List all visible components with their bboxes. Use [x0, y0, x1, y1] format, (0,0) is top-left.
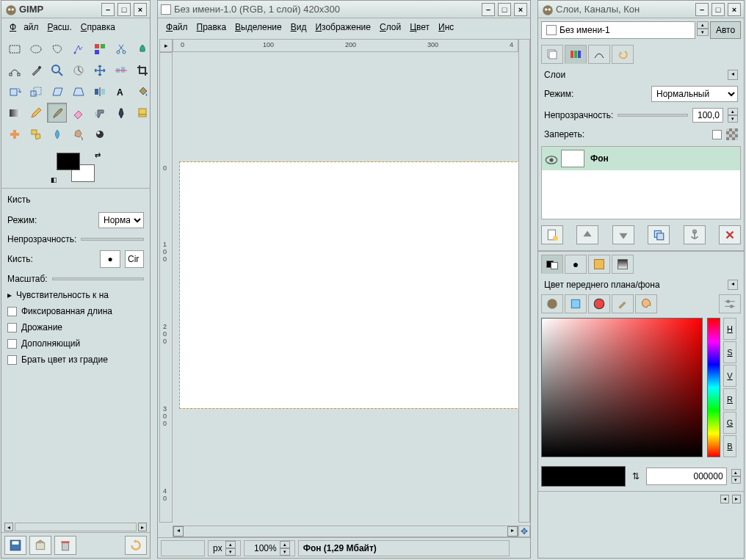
mode-h-button[interactable]: H — [723, 318, 736, 340]
scale-slider[interactable] — [52, 277, 144, 280]
pressure-expander[interactable]: ▸ Чувствительность к на — [7, 287, 144, 303]
menu-file[interactable]: Файл — [162, 21, 192, 34]
menu-help[interactable]: Справка — [77, 21, 119, 34]
menu-edit[interactable]: Правка — [193, 21, 231, 34]
tool-smudge[interactable] — [68, 124, 88, 144]
spin-down-icon[interactable]: ▾ — [225, 548, 236, 556]
menu-tools[interactable]: Инс — [435, 21, 457, 34]
tool-align[interactable] — [111, 60, 131, 80]
hex-input[interactable] — [646, 468, 727, 485]
menu-select[interactable]: Выделение — [231, 21, 286, 34]
mode-g-button[interactable]: G — [723, 412, 736, 434]
layer-mode-select[interactable]: Нормальный — [651, 86, 738, 102]
tool-ellipse-select[interactable] — [26, 39, 46, 59]
spin-up-icon[interactable]: ▴ — [225, 541, 236, 548]
menu-layer[interactable]: Слой — [376, 21, 405, 34]
tool-bucket-fill[interactable] — [132, 81, 152, 101]
layers-titlebar[interactable]: Слои, Каналы, Кон – □ × — [538, 1, 744, 18]
scroll-right-icon[interactable]: ▸ — [138, 523, 147, 531]
tool-by-color-select[interactable] — [90, 39, 109, 59]
scroll-right-icon[interactable]: ▸ — [507, 526, 518, 537]
spin-down-icon[interactable]: ▾ — [697, 29, 709, 36]
layer-name[interactable]: Фон — [590, 153, 609, 164]
canvas-titlebar[interactable]: Без имени-1.0 (RGB, 1 слой) 420x300 – □ … — [158, 1, 530, 18]
close-button[interactable]: × — [728, 3, 741, 16]
minimize-button[interactable]: – — [482, 3, 495, 16]
tool-rect-select[interactable] — [4, 39, 24, 59]
scrollbar-vertical[interactable] — [518, 39, 530, 523]
tool-scissors[interactable] — [111, 39, 131, 59]
opacity-slider[interactable] — [81, 238, 144, 241]
tool-perspective[interactable] — [68, 81, 88, 101]
panel-menu-icon[interactable]: ◂ — [728, 280, 738, 290]
tool-rotate[interactable] — [4, 81, 24, 101]
tool-blend[interactable] — [4, 103, 24, 123]
minimize-button[interactable]: – — [101, 3, 115, 16]
mode-v-button[interactable]: V — [723, 365, 736, 387]
spin-down-icon[interactable]: ▾ — [728, 115, 738, 123]
tool-paths[interactable] — [4, 60, 24, 80]
layer-opacity-input[interactable] — [692, 108, 723, 123]
tool-text[interactable]: A — [111, 81, 131, 101]
maximize-button[interactable]: □ — [117, 3, 131, 16]
menu-image[interactable]: Изображение — [311, 21, 374, 34]
current-color-swatch[interactable] — [541, 466, 626, 487]
incremental-checkbox[interactable] — [7, 339, 17, 349]
tool-heal[interactable] — [4, 124, 24, 144]
menu-file[interactable]: Файл — [6, 21, 43, 34]
maximize-button[interactable]: □ — [498, 3, 511, 16]
hue-slider[interactable] — [707, 318, 720, 457]
swap-colors-icon[interactable]: ⇄ — [95, 151, 101, 159]
toolbox-titlebar[interactable]: GIMP – □ × — [1, 1, 150, 18]
delete-layer-button[interactable] — [719, 225, 741, 244]
duplicate-layer-button[interactable] — [648, 225, 670, 244]
picker-gimp-icon[interactable] — [541, 294, 563, 313]
tool-scale[interactable] — [26, 81, 46, 101]
brush-preview[interactable]: ● — [100, 250, 120, 268]
mode-s-button[interactable]: S — [723, 341, 736, 363]
scroll-left-icon[interactable]: ◂ — [4, 523, 13, 531]
maximize-button[interactable]: □ — [711, 3, 725, 16]
picker-sliders-icon[interactable] — [719, 294, 741, 313]
swap-fgbg-icon[interactable]: ⇅ — [630, 471, 641, 481]
tool-clone[interactable] — [132, 103, 152, 123]
canvas-image[interactable] — [180, 162, 518, 408]
brush-name[interactable]: Cir — [125, 250, 144, 268]
scroll-left-icon[interactable]: ◂ — [720, 495, 729, 503]
delete-options-button[interactable] — [54, 536, 76, 555]
tool-flip[interactable] — [90, 81, 109, 101]
spin-up-icon[interactable]: ▴ — [728, 108, 738, 115]
tab-patterns-icon[interactable] — [588, 255, 610, 274]
spin-up-icon[interactable]: ▴ — [280, 541, 290, 548]
tool-zoom[interactable] — [47, 60, 67, 80]
options-scrollbar[interactable] — [15, 523, 137, 531]
tool-blur[interactable] — [47, 124, 67, 144]
mode-r-button[interactable]: R — [723, 388, 736, 410]
ruler-horizontal[interactable]: 0 100 200 300 4 — [173, 39, 518, 52]
image-selector[interactable]: Без имени-1 — [541, 21, 695, 39]
spin-down-icon[interactable]: ▾ — [280, 548, 290, 556]
ruler-vertical[interactable]: 0 1 0 0 2 0 0 3 0 0 4 0 — [159, 52, 173, 523]
picker-palette-icon[interactable] — [635, 294, 657, 313]
tool-dodge-burn[interactable] — [90, 124, 109, 144]
tool-free-select[interactable] — [47, 39, 67, 59]
tool-perspective-clone[interactable] — [26, 124, 46, 144]
tool-foreground-select[interactable] — [132, 39, 152, 59]
tab-brushes-icon[interactable]: ● — [565, 255, 587, 274]
reset-options-button[interactable] — [125, 536, 147, 555]
tab-channels-icon[interactable] — [565, 45, 587, 64]
visibility-icon[interactable] — [545, 153, 555, 164]
mode-select[interactable]: Нормал — [98, 212, 144, 228]
default-colors-icon[interactable]: ◧ — [51, 176, 57, 183]
tool-airbrush[interactable] — [90, 103, 109, 123]
layer-row[interactable]: Фон — [542, 147, 740, 170]
minimize-button[interactable]: – — [695, 3, 709, 16]
color-field[interactable] — [541, 318, 703, 457]
scroll-right-icon[interactable]: ▸ — [732, 495, 741, 503]
tool-color-picker[interactable] — [26, 60, 46, 80]
tab-gradients-icon[interactable] — [612, 255, 634, 274]
panel-menu-icon[interactable]: ◂ — [728, 70, 738, 80]
tool-ink[interactable] — [111, 103, 131, 123]
tool-pencil[interactable] — [26, 103, 46, 123]
picker-paint-icon[interactable] — [612, 294, 634, 313]
